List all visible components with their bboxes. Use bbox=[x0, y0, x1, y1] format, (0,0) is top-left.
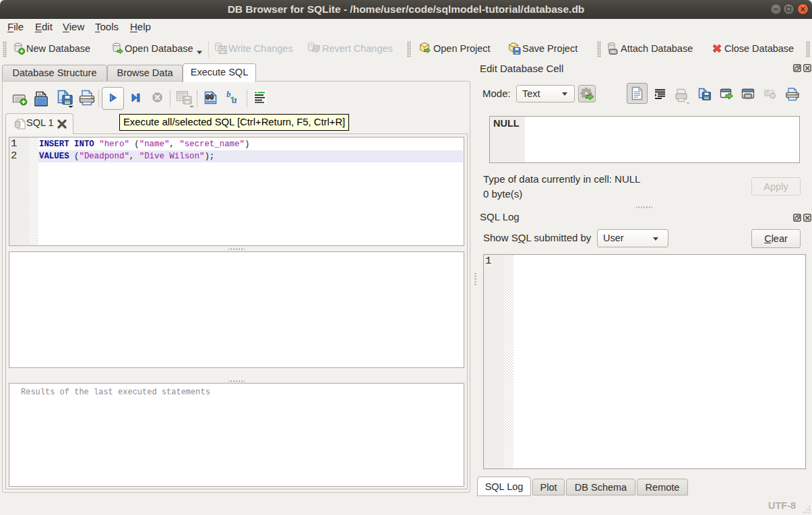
svg-text:b: b bbox=[226, 90, 231, 99]
svg-text:a: a bbox=[232, 94, 237, 104]
